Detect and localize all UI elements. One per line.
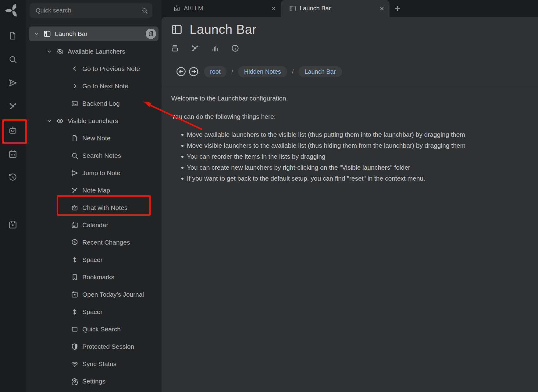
tree-item-label: Sync Status: [82, 360, 116, 368]
note-detail-pane: Launch Bar root/Hidden Notes/Launch Bar …: [162, 17, 538, 392]
tree-item-label: Launch Bar: [55, 30, 87, 37]
note-tree-sidebar: Launch BarAvailable LaunchersGo to Previ…: [26, 0, 162, 392]
breadcrumb-separator: /: [231, 68, 233, 75]
tree-item-sync-status[interactable]: Sync Status: [29, 355, 159, 373]
file-icon: [71, 135, 79, 142]
tree-item-new-note[interactable]: New Note: [29, 129, 159, 147]
tree-item-label: Backend Log: [82, 100, 120, 107]
tab-launch-bar[interactable]: Launch Bar: [281, 0, 390, 17]
tree-item-label: Protected Session: [82, 343, 134, 350]
search-launcher-icon[interactable]: [0, 51, 26, 68]
tab-ai-llm[interactable]: AI/LLM: [162, 0, 281, 17]
instruction-item: Move available launchers to the visible …: [171, 129, 527, 140]
tree-item-visible-launchers[interactable]: Visible Launchers: [29, 112, 159, 129]
tab-label: Launch Bar: [300, 5, 379, 12]
chat-with-notes-launcher-icon[interactable]: [0, 122, 26, 139]
tree-item-open-today-s-journal[interactable]: Open Today's Journal: [29, 286, 159, 303]
tree-item-calendar[interactable]: Calendar: [29, 216, 159, 234]
spacer-icon: [71, 256, 79, 263]
tree-item-bookmarks[interactable]: Bookmarks: [29, 268, 159, 286]
tree-item-label: New Note: [82, 135, 110, 142]
launchbar-icon: [43, 30, 51, 38]
calendar-launcher-icon[interactable]: [0, 146, 26, 163]
info-icon[interactable]: [231, 44, 239, 52]
instruction-item: If you want to get back to the default s…: [171, 173, 527, 184]
tree-item-label: Calendar: [82, 221, 108, 229]
eye-icon: [56, 117, 64, 125]
note-map-launcher-icon[interactable]: [0, 98, 26, 115]
instruction-item: Move visible launchers to the available …: [171, 140, 527, 151]
tree-item-label: Open Today's Journal: [82, 291, 144, 298]
tree-item-spacer[interactable]: Spacer: [29, 251, 159, 268]
tree-item-recent-changes[interactable]: Recent Changes: [29, 234, 159, 251]
note-content: Welcome to the Launchbar configuration. …: [171, 94, 527, 184]
tree-item-spacer[interactable]: Spacer: [29, 303, 159, 320]
note-title: Launch Bar: [190, 22, 257, 37]
tree-item-settings[interactable]: Settings: [29, 373, 159, 390]
tree-item-label: Spacer: [82, 256, 103, 263]
calendar-star-icon: [71, 291, 79, 298]
network-icon: [71, 187, 79, 194]
jump-to-note-launcher-icon[interactable]: [0, 74, 26, 91]
gear-icon: [71, 378, 79, 385]
tree-item-jump-to-note[interactable]: Jump to Note: [29, 164, 159, 182]
search-icon[interactable]: [141, 7, 148, 14]
tree-item-go-to-next-note[interactable]: Go to Next Note: [29, 77, 159, 95]
tree-item-label: Bookmarks: [82, 274, 114, 281]
new-tab-button[interactable]: [390, 0, 405, 17]
breadcrumb-crumb[interactable]: Hidden Notes: [238, 66, 287, 77]
tree-item-protected-session[interactable]: Protected Session: [29, 338, 159, 355]
tree-item-label: Jump to Note: [82, 169, 120, 177]
quick-search[interactable]: [30, 3, 152, 18]
tree-item-go-to-previous-note[interactable]: Go to Previous Note: [29, 60, 159, 77]
tree-item-label: Go to Previous Note: [82, 65, 140, 72]
launchbar-icon: [289, 5, 296, 12]
note-map-icon[interactable]: [191, 44, 199, 52]
open-todays-journal-launcher-icon[interactable]: [0, 216, 26, 233]
tree-item-label: Go to Next Note: [82, 83, 128, 90]
tree-item-label: Available Launchers: [68, 48, 125, 55]
tree-item-label: Quick Search: [82, 326, 121, 333]
tree-item-backend-log[interactable]: Backend Log: [29, 95, 159, 112]
instruction-item: You can create new launchers by right-cl…: [171, 162, 527, 173]
recent-changes-launcher-icon[interactable]: [0, 169, 26, 186]
chevron-down-icon[interactable]: [33, 31, 40, 37]
tree-item-available-launchers[interactable]: Available Launchers: [29, 43, 159, 60]
note-info-icon[interactable]: [211, 44, 219, 52]
search-icon: [71, 152, 79, 159]
tree-item-launch-bar[interactable]: Launch Bar: [29, 26, 159, 41]
tree-item-label: Settings: [82, 378, 105, 385]
chevron-down-icon[interactable]: [46, 48, 53, 55]
history-icon: [71, 239, 79, 246]
new-note-launcher-icon[interactable]: [0, 27, 26, 44]
instructions-list: Move available launchers to the visible …: [171, 129, 527, 184]
tree-item-note-map[interactable]: Note Map: [29, 182, 159, 199]
tree-item-search-notes[interactable]: Search Notes: [29, 147, 159, 164]
breadcrumb-crumb[interactable]: root: [204, 66, 226, 77]
trilium-logo-icon: [5, 2, 20, 18]
quick-search-input[interactable]: [35, 7, 141, 14]
close-tab-icon[interactable]: [379, 6, 385, 11]
history-back-button[interactable]: [176, 66, 187, 77]
note-tree: Launch BarAvailable LaunchersGo to Previ…: [26, 25, 162, 392]
basic-properties-icon[interactable]: [171, 44, 179, 52]
terminal-icon: [71, 100, 79, 107]
chevron-down-icon[interactable]: [46, 118, 53, 124]
ribbon-tabs: [171, 44, 239, 52]
launcher-pane: [0, 0, 26, 392]
tree-item-quick-search[interactable]: Quick Search: [29, 320, 159, 338]
tab-bar: AI/LLMLaunch Bar: [162, 0, 538, 17]
breadcrumb-crumb[interactable]: Launch Bar: [298, 66, 342, 77]
tree-item-label: Visible Launchers: [68, 117, 118, 125]
shield-half-icon: [71, 343, 79, 350]
tree-item-chat-with-notes[interactable]: Chat with Notes: [29, 199, 159, 216]
breadcrumb-divider: [162, 86, 538, 86]
close-tab-icon[interactable]: [271, 6, 276, 11]
spacer-icon: [71, 308, 79, 316]
intro-text: You can do the following things here:: [171, 113, 527, 121]
tree-item-label: Search Notes: [82, 152, 121, 159]
rect-icon: [71, 326, 79, 333]
chevron-left-icon: [71, 65, 79, 72]
history-forward-button[interactable]: [188, 66, 199, 77]
unhoist-button[interactable]: [146, 29, 156, 39]
